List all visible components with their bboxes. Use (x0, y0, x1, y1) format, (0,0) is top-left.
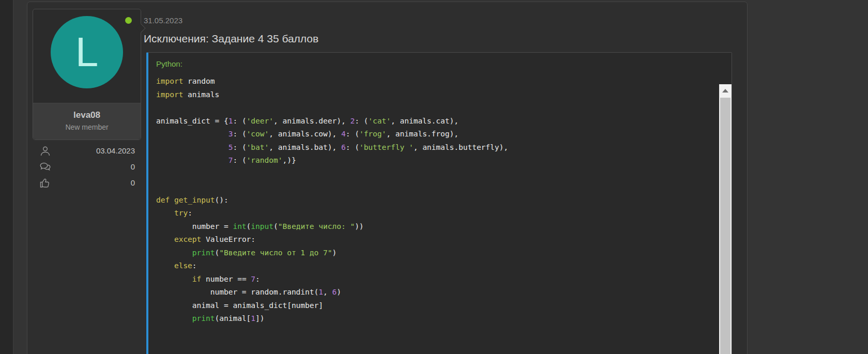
online-indicator (125, 17, 132, 24)
forum-post: L leva08 New member 03.04.2023 (27, 2, 748, 354)
code-content[interactable]: import randomimport animals animals_dict… (148, 64, 732, 336)
left-gutter (0, 0, 13, 354)
username-link[interactable]: leva08 (35, 110, 139, 120)
post-content: 31.05.2023 Исключения: Задание 4 35 балл… (144, 2, 738, 354)
scrollbar-thumb[interactable] (720, 98, 730, 354)
post-date: 31.05.2023 (144, 17, 738, 24)
author-avatar-box: L leva08 New member (33, 9, 141, 140)
post-title: Исключения: Задание 4 35 баллов (144, 33, 738, 45)
user-stats: 03.04.2023 0 0 (33, 143, 141, 191)
code-scrollbar (719, 84, 732, 354)
arrow-up-icon (722, 89, 728, 93)
likes-count: 0 (131, 178, 135, 187)
stat-row-likes: 0 (33, 175, 141, 191)
user-icon (39, 145, 51, 157)
code-block: Python: import randomimport animals anim… (146, 52, 732, 354)
post-author-cell: L leva08 New member 03.04.2023 (33, 9, 141, 191)
scroll-up-button[interactable] (719, 84, 732, 97)
messages-count: 0 (131, 162, 135, 171)
avatar-area: L (33, 9, 141, 103)
avatar[interactable]: L (51, 16, 123, 88)
user-role: New member (35, 123, 139, 132)
page: L leva08 New member 03.04.2023 (0, 0, 868, 354)
user-info-strip: leva08 New member (33, 103, 141, 140)
messages-icon (39, 161, 51, 173)
avatar-letter: L (75, 28, 99, 76)
joined-date: 03.04.2023 (96, 146, 135, 155)
stat-row-messages: 0 (33, 159, 141, 175)
stat-row-joined: 03.04.2023 (33, 143, 141, 159)
likes-icon (39, 177, 51, 189)
code-language-label: Python: (148, 53, 732, 64)
